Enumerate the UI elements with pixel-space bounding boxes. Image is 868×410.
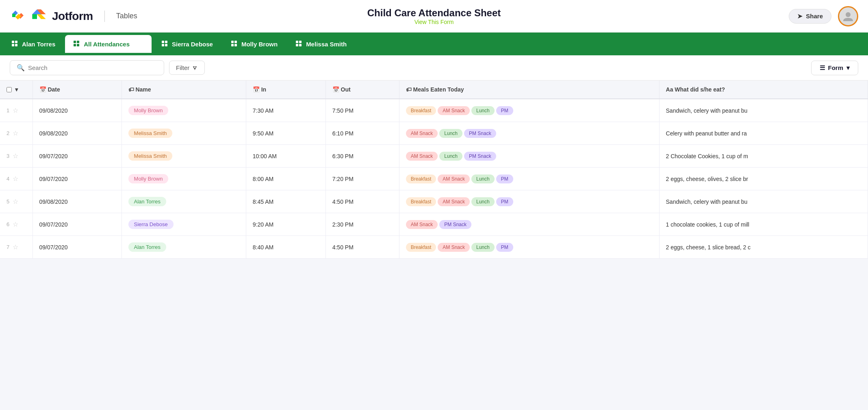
star-icon[interactable]: ☆ <box>13 107 18 114</box>
row-name: Melissa Smith <box>122 145 246 168</box>
form-list-icon: ☰ <box>820 64 825 72</box>
tab-all-attendances[interactable]: All Attendances ⋮ <box>65 35 152 53</box>
header-right: ➤ Share <box>789 6 858 26</box>
tab-molly-brown[interactable]: Molly Brown <box>223 35 286 53</box>
svg-rect-15 <box>231 41 234 43</box>
toolbar: 🔍 Filter ⛛ ☰ Form ▾ <box>0 55 868 81</box>
avatar[interactable] <box>838 6 858 26</box>
row-meals: AM SnackLunchPM Snack <box>399 145 659 168</box>
row-date: 09/07/2020 <box>33 168 122 190</box>
svg-rect-6 <box>15 44 17 46</box>
row-meals: BreakfastAM SnackLunchPM <box>399 190 659 213</box>
row-in-time: 9:50 AM <box>246 122 326 145</box>
tab-sierra-debose[interactable]: Sierra Debose <box>153 35 221 53</box>
row-control-cell: 5 ☆ <box>0 190 33 213</box>
row-date: 09/07/2020 <box>33 236 122 259</box>
th-meals: 🏷 Meals Eaten Today <box>399 81 659 99</box>
row-out-time: 4:50 PM <box>326 236 399 259</box>
meal-tag: Breakfast <box>406 106 436 115</box>
search-box[interactable]: 🔍 <box>10 60 164 75</box>
tag-icon: 🏷 <box>128 86 134 93</box>
table-row: 4 ☆ 09/07/2020Molly Brown8:00 AM7:20 PMB… <box>0 168 868 190</box>
row-what-ate: Sandwich, celery with peanut bu <box>659 99 868 122</box>
row-what-ate: 2 eggs, cheese, 1 slice bread, 2 c <box>659 236 868 259</box>
meal-tag: PM <box>496 197 513 206</box>
row-meals: AM SnackPM Snack <box>399 213 659 236</box>
tab-grid-icon-sierra <box>161 40 169 48</box>
tab-grid-icon-molly <box>231 40 238 48</box>
th-date: 📅 Date <box>33 81 122 99</box>
jotform-logo-mark <box>31 8 47 24</box>
star-icon[interactable]: ☆ <box>13 243 18 251</box>
row-out-time: 7:20 PM <box>326 168 399 190</box>
row-date: 09/07/2020 <box>33 145 122 168</box>
row-control-cell: 1 ☆ <box>0 99 33 122</box>
row-number: 3 <box>7 153 9 159</box>
meal-tag: PM <box>496 243 513 252</box>
meal-tag: AM Snack <box>406 220 438 229</box>
form-chevron-icon: ▾ <box>846 64 850 72</box>
table-row: 5 ☆ 09/08/2020Alan Torres8:45 AM4:50 PMB… <box>0 190 868 213</box>
row-name: Melissa Smith <box>122 122 246 145</box>
star-icon[interactable]: ☆ <box>13 152 18 160</box>
svg-rect-19 <box>296 41 298 43</box>
tab-melissa-smith-label: Melissa Smith <box>306 41 347 48</box>
row-date: 09/08/2020 <box>33 190 122 213</box>
share-button[interactable]: ➤ Share <box>789 9 831 24</box>
table-row: 6 ☆ 09/07/2020Sierra Debose9:20 AM2:30 P… <box>0 213 868 236</box>
svg-point-2 <box>846 12 851 17</box>
row-in-time: 8:40 AM <box>246 236 326 259</box>
table-row: 1 ☆ 09/08/2020Molly Brown7:30 AM7:50 PMB… <box>0 99 868 122</box>
row-number: 7 <box>7 244 9 250</box>
svg-rect-8 <box>77 41 79 43</box>
star-icon[interactable]: ☆ <box>13 220 18 228</box>
row-in-time: 9:20 AM <box>246 213 326 236</box>
jotform-logo-icon <box>10 8 26 24</box>
view-form-link[interactable]: View This Form <box>367 19 501 25</box>
star-icon[interactable]: ☆ <box>13 198 18 205</box>
tab-sierra-debose-label: Sierra Debose <box>172 41 213 48</box>
tab-alan-torres-label: Alan Torres <box>22 41 55 48</box>
row-what-ate: Celery with peanut butter and ra <box>659 122 868 145</box>
filter-button[interactable]: Filter ⛛ <box>169 61 205 75</box>
row-name: Alan Torres <box>122 236 246 259</box>
table-row: 7 ☆ 09/07/2020Alan Torres8:40 AM4:50 PMB… <box>0 236 868 259</box>
row-number: 2 <box>7 130 9 136</box>
share-label: Share <box>806 13 823 20</box>
tab-grid-icon-active <box>73 40 80 48</box>
row-meals: BreakfastAM SnackLunchPM <box>399 236 659 259</box>
select-all-checkbox[interactable] <box>7 87 12 92</box>
tab-bar: Alan Torres All Attendances ⋮ Sierra Deb… <box>0 33 868 55</box>
name-badge: Molly Brown <box>128 106 169 115</box>
row-what-ate: 2 Chocolate Cookies, 1 cup of m <box>659 145 868 168</box>
svg-rect-13 <box>162 44 164 46</box>
name-badge: Alan Torres <box>128 242 167 252</box>
meal-tag: Lunch <box>471 106 495 115</box>
form-button[interactable]: ☰ Form ▾ <box>811 61 859 75</box>
tab-alan-torres[interactable]: Alan Torres <box>3 35 63 53</box>
svg-rect-14 <box>165 44 167 46</box>
filter-icon: ⛛ <box>192 64 198 71</box>
row-out-time: 6:30 PM <box>326 145 399 168</box>
meals-tag-icon: 🏷 <box>406 86 412 93</box>
star-icon[interactable]: ☆ <box>13 129 18 137</box>
tab-more-icon[interactable]: ⋮ <box>133 39 143 48</box>
tab-melissa-smith[interactable]: Melissa Smith <box>287 35 355 53</box>
svg-rect-17 <box>231 44 234 46</box>
name-badge: Molly Brown <box>128 174 169 183</box>
tab-grid-icon <box>11 40 19 48</box>
star-icon[interactable]: ☆ <box>13 175 18 183</box>
row-in-time: 10:00 AM <box>246 145 326 168</box>
tab-all-attendances-label: All Attendances <box>84 41 130 48</box>
row-name: Molly Brown <box>122 99 246 122</box>
tab-molly-brown-label: Molly Brown <box>241 41 278 48</box>
meal-tag: PM Snack <box>464 152 496 161</box>
row-control-cell: 3 ☆ <box>0 145 33 168</box>
meal-tag: Lunch <box>471 197 495 206</box>
row-control-cell: 2 ☆ <box>0 122 33 145</box>
search-input[interactable] <box>28 64 157 71</box>
row-number: 6 <box>7 221 9 227</box>
meal-tag: Breakfast <box>406 243 436 252</box>
row-name: Molly Brown <box>122 168 246 190</box>
meal-tag: PM Snack <box>439 220 471 229</box>
